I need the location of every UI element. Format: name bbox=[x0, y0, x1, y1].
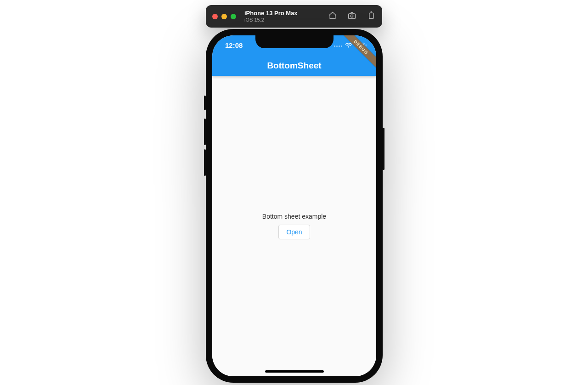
simulator-toolbar: iPhone 13 Pro Max iOS 15.2 bbox=[206, 5, 382, 28]
close-window-button[interactable] bbox=[212, 14, 218, 19]
app-bar: BottomSheet bbox=[212, 56, 376, 76]
home-icon[interactable] bbox=[328, 11, 337, 22]
device-notch bbox=[255, 35, 334, 48]
body-message: Bottom sheet example bbox=[262, 213, 326, 220]
cellular-icon bbox=[334, 45, 342, 47]
minimize-window-button[interactable] bbox=[221, 14, 227, 19]
device-name-label: iPhone 13 Pro Max bbox=[244, 10, 298, 17]
svg-rect-6 bbox=[366, 44, 367, 46]
svg-rect-5 bbox=[356, 44, 364, 47]
screenshot-icon[interactable] bbox=[347, 11, 356, 22]
home-indicator[interactable] bbox=[265, 370, 324, 373]
open-button[interactable]: Open bbox=[278, 225, 310, 239]
device-frame: 12:08 DEBUG Botto bbox=[206, 29, 383, 383]
svg-rect-2 bbox=[369, 13, 373, 18]
os-version-label: iOS 15.2 bbox=[244, 17, 298, 23]
app-bar-title: BottomSheet bbox=[267, 61, 321, 71]
device-screen: 12:08 DEBUG Botto bbox=[212, 35, 376, 376]
svg-point-1 bbox=[351, 15, 353, 17]
battery-icon bbox=[355, 42, 367, 50]
svg-point-3 bbox=[348, 46, 350, 48]
simulator-title: iPhone 13 Pro Max iOS 15.2 bbox=[244, 10, 298, 23]
window-controls bbox=[212, 14, 236, 19]
power-button[interactable] bbox=[383, 128, 384, 170]
svg-rect-0 bbox=[349, 13, 356, 18]
app-body: Bottom sheet example Open bbox=[212, 76, 376, 376]
rotate-icon[interactable] bbox=[367, 11, 376, 22]
wifi-icon bbox=[345, 42, 352, 50]
status-time: 12:08 bbox=[225, 41, 243, 49]
zoom-window-button[interactable] bbox=[231, 14, 236, 19]
